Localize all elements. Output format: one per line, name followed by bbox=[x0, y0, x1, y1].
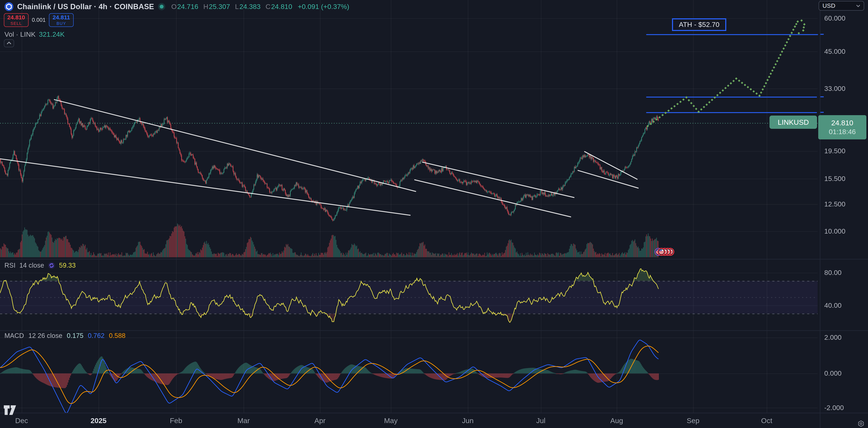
time-axis-label: Sep bbox=[687, 417, 700, 425]
price-scale-tick: 33.000 bbox=[824, 84, 845, 93]
price-scale-tick: 2.000 bbox=[824, 333, 842, 342]
sell-button[interactable]: 24.810 SELL bbox=[4, 13, 29, 27]
tradingview-logo[interactable] bbox=[3, 402, 17, 419]
macd-title: MACD bbox=[4, 332, 24, 339]
refresh-icon[interactable] bbox=[48, 262, 55, 269]
macd-histogram-value: 0.175 bbox=[67, 332, 84, 339]
volume-legend: Vol · LINK321.24K bbox=[4, 30, 65, 38]
symbol-title[interactable]: Chainlink / US Dollar · 4h · COINBASE bbox=[17, 2, 154, 11]
rsi-value: 59.33 bbox=[59, 262, 76, 269]
bar-countdown: 01:18:46 bbox=[829, 127, 856, 136]
time-axis-label: 2025 bbox=[91, 417, 106, 425]
ath-annotation[interactable]: ATH - $52.70 bbox=[672, 18, 726, 31]
rsi-legend: RSI 14 close 59.33 bbox=[4, 262, 76, 269]
time-axis-label: Jul bbox=[536, 417, 545, 425]
macd-line-value: 0.762 bbox=[88, 332, 104, 339]
price-scale-tick: 10.000 bbox=[824, 227, 845, 236]
current-price-tag: 24.810 01:18:46 bbox=[818, 115, 866, 139]
chainlink-logo-icon bbox=[4, 2, 13, 11]
symbol-legend: Chainlink / US Dollar · 4h · COINBASE O2… bbox=[4, 2, 349, 11]
time-axis-label: Mar bbox=[238, 417, 250, 425]
rsi-title: RSI bbox=[4, 262, 16, 269]
close-value: 24.810 bbox=[271, 3, 292, 10]
price-scale-tick: 0.000 bbox=[824, 369, 842, 378]
event-badge-us-flag[interactable] bbox=[658, 248, 665, 256]
time-axis-label: Feb bbox=[170, 417, 182, 425]
low-value: 24.383 bbox=[240, 3, 261, 10]
macd-signal-value: 0.588 bbox=[109, 332, 126, 339]
time-axis[interactable]: Dec2025FebMarAprMayJunJulAugSepOct bbox=[0, 413, 868, 428]
price-scale-tick: -2.000 bbox=[824, 403, 844, 412]
time-axis-label: May bbox=[384, 417, 398, 425]
market-status-icon[interactable] bbox=[160, 5, 163, 8]
price-scale-tick: 80.00 bbox=[824, 268, 842, 277]
price-scale[interactable]: 60.00045.00033.00019.50015.50012.50010.0… bbox=[820, 0, 868, 428]
price-scale-tick: 19.500 bbox=[824, 146, 845, 155]
time-axis-label: Oct bbox=[761, 417, 772, 425]
collapse-legend-button[interactable] bbox=[4, 39, 14, 47]
trade-buttons: 24.810 SELL 0.001 24.811 BUY bbox=[4, 13, 73, 27]
price-scale-tick: 15.500 bbox=[824, 174, 845, 183]
time-axis-label: Aug bbox=[610, 417, 623, 425]
price-scale-tick: 40.00 bbox=[824, 301, 842, 310]
symbol-price-label: LINKUSD bbox=[770, 116, 817, 129]
event-flag-badges[interactable] bbox=[654, 247, 678, 257]
open-value: 24.716 bbox=[177, 3, 198, 10]
time-axis-label: Apr bbox=[314, 417, 326, 425]
spread-value: 0.001 bbox=[29, 17, 49, 23]
chevron-up-icon bbox=[6, 41, 11, 45]
tradingview-chart-window: Chainlink / US Dollar · 4h · COINBASE O2… bbox=[0, 0, 868, 428]
time-axis-label: Jun bbox=[462, 417, 473, 425]
high-value: 25.307 bbox=[209, 3, 230, 10]
buy-button[interactable]: 24.811 BUY bbox=[49, 13, 73, 27]
macd-params: 12 26 close bbox=[28, 332, 62, 339]
price-scale-tick: 12.500 bbox=[824, 200, 845, 208]
change-value: +0.091 (+0.37%) bbox=[298, 3, 349, 10]
macd-legend: MACD 12 26 close 0.175 0.762 0.588 bbox=[4, 332, 126, 339]
ohlc-values: O24.716 H25.307 L24.383 C24.810 +0.091 (… bbox=[171, 3, 349, 10]
price-scale-tick: 45.000 bbox=[824, 47, 845, 56]
price-chart-canvas[interactable] bbox=[0, 0, 868, 428]
rsi-params: 14 close bbox=[20, 262, 44, 269]
scale-settings-icon[interactable] bbox=[858, 419, 865, 428]
volume-value: 321.24K bbox=[39, 30, 65, 38]
price-scale-tick: 60.000 bbox=[824, 14, 845, 23]
